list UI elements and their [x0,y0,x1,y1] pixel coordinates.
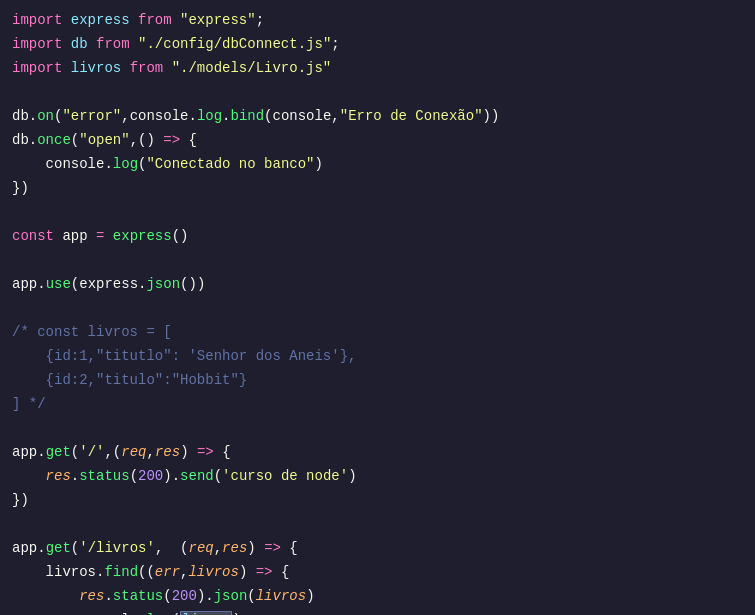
token: }) [12,180,29,196]
token: {id:1,"titutlo": 'Senhor dos Aneis'}, [12,348,356,364]
token: { [214,444,231,460]
token: { [281,540,298,556]
token: ( [71,540,79,556]
token: send [180,468,214,484]
token: ; [331,36,339,52]
token: . [188,108,196,124]
token: on [37,108,54,124]
token: ) [314,156,322,172]
token: . [29,132,37,148]
token: ( [71,132,79,148]
token: console [130,108,189,124]
code-line: }) [0,176,755,200]
token: from [138,12,180,28]
code-line: const app = express() [0,224,755,248]
token: ). [163,468,180,484]
code-line: app.get('/',(req,res) => { [0,440,755,464]
code-line: db.on("error",console.log.bind(console,"… [0,104,755,128]
token: { [273,564,290,580]
token: res [155,444,180,460]
code-line [0,248,755,272]
token: livros [71,60,130,76]
token: ( [264,108,272,124]
code-line: import livros from "./models/Livro.js" [0,56,755,80]
token: req [121,444,146,460]
code-line: db.once("open",() => { [0,128,755,152]
token: ( [163,588,171,604]
token: json [214,588,248,604]
token: "open" [79,132,129,148]
token: . [222,108,230,124]
token: ( [214,468,222,484]
token: ( [71,276,79,292]
token: ()) [180,276,205,292]
code-editor: import express from "express";import db … [0,0,755,615]
token: {id:2,"titulo":"Hobbit"} [12,372,247,388]
token: , [331,108,339,124]
token: , [147,444,155,460]
code-line [0,296,755,320]
code-line: {id:2,"titulo":"Hobbit"} [0,368,755,392]
token: err [155,564,180,580]
token: const [12,228,62,244]
code-line: app.get('/livros', (req,res) => { [0,536,755,560]
token: ] */ [12,396,46,412]
token: }) [12,492,29,508]
token: ( [71,444,79,460]
token: import [12,60,71,76]
token: . [71,468,79,484]
token: 200 [138,468,163,484]
token: "error" [62,108,121,124]
token: res [12,588,104,604]
token: => [264,540,281,556]
code-line: import db from "./config/dbConnect.js"; [0,32,755,56]
token: ,() [130,132,164,148]
code-line [0,80,755,104]
token: get [46,444,71,460]
code-line: /* const livros = [ [0,320,755,344]
token: 200 [172,588,197,604]
code-line: import express from "express"; [0,8,755,32]
token: app [12,276,37,292]
token: ) [247,540,264,556]
token: "Conectado no banco" [146,156,314,172]
code-line: {id:1,"titutlo": 'Senhor dos Aneis'}, [0,344,755,368]
token: ) [180,444,197,460]
token: '/' [79,444,104,460]
token: )) [483,108,500,124]
token: 'curso de node' [222,468,348,484]
token: express [113,228,172,244]
token: bind [231,108,265,124]
token: console [12,156,104,172]
code-line: res.status(200).json(livros) [0,584,755,608]
token: () [172,228,189,244]
token: livros [12,564,96,580]
token: => [256,564,273,580]
token: , [121,108,129,124]
token: app [62,228,96,244]
token: , [214,540,222,556]
code-line: res.status(200).send('curso de node') [0,464,755,488]
token: use [46,276,71,292]
code-line [0,416,755,440]
code-line [0,200,755,224]
token: express [79,276,138,292]
code-line [0,512,755,536]
token: express [71,12,138,28]
token: . [104,588,112,604]
token: console [273,108,332,124]
token: (( [138,564,155,580]
token: . [104,156,112,172]
token: res [12,468,71,484]
code-line: console.log(livros) [0,608,755,615]
token: livros [180,611,232,615]
token: , ( [155,540,189,556]
token: log [113,156,138,172]
token: once [37,132,71,148]
token: app [12,444,37,460]
token: '/livros' [79,540,155,556]
token: app [12,540,37,556]
token: "express" [180,12,256,28]
token: get [46,540,71,556]
code-line: }) [0,488,755,512]
